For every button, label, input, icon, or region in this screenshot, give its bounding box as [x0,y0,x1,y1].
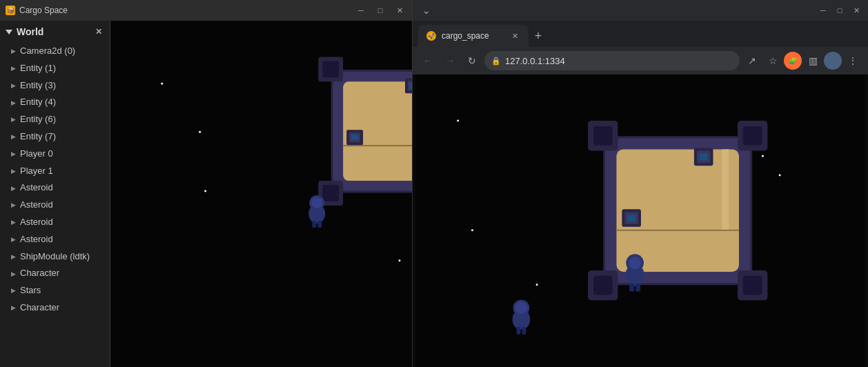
maximize-button[interactable]: □ [373,3,387,17]
sidebar-close-button[interactable]: ✕ [93,26,104,37]
svg-rect-42 [722,149,729,229]
svg-point-38 [536,284,538,286]
new-tab-button[interactable]: + [529,26,548,46]
sidebar-item-label: Player 1 [20,164,53,179]
bookmark-button[interactable]: ☆ [763,51,782,70]
browser-title-controls: ─ □ ✕ [817,4,862,17]
browser-close-button[interactable]: ✕ [850,4,862,17]
minimize-button[interactable]: ─ [354,3,368,17]
close-button[interactable]: ✕ [393,3,406,17]
address-bar[interactable]: 🔒 127.0.0.1:1334 [484,51,740,70]
left-app: 📦 Cargo Space ─ □ ✕ World ✕ ▶ Camera2d (… [0,0,413,367]
sidebar-item-label: Asteroid [20,181,53,195]
svg-rect-22 [351,135,358,140]
tab-bar: 🚀 cargo_space ✕ + [413,21,868,47]
svg-point-37 [471,229,473,231]
expand-arrow-icon: ▶ [11,286,16,295]
svg-rect-10 [322,61,339,77]
active-tab[interactable]: 🚀 cargo_space ✕ [418,25,529,47]
sidebar-item-label: Camera2d (0) [20,44,75,59]
svg-point-64 [515,301,528,314]
extension-icon: 🧩 [784,52,802,70]
sidebar-item-stars[interactable]: ▶ Stars [0,282,110,299]
world-label: World [17,26,43,37]
sidebar-item-camera2d[interactable]: ▶ Camera2d (0) [0,43,110,60]
expand-arrow-icon: ▶ [11,115,16,124]
svg-point-35 [762,155,764,157]
svg-rect-31 [312,221,316,228]
sidebar-item-character2[interactable]: ▶ Character [0,299,110,317]
svg-rect-56 [627,215,635,221]
sidebar-item-asteroid1[interactable]: ▶ Asteroid [0,179,110,197]
sidebar-item-label: Entity (7) [20,130,56,144]
sidebar-item-asteroid2[interactable]: ▶ Asteroid [0,197,110,214]
expand-arrow-icon: ▶ [11,303,16,313]
svg-rect-53 [700,153,708,160]
browser-maximize-button[interactable]: □ [834,4,846,17]
tab-favicon-icon: 🚀 [426,31,436,41]
left-content: World ✕ ▶ Camera2d (0) ▶ Entity (1) ▶ En… [0,21,412,367]
sidebar-item-asteroid3[interactable]: ▶ Asteroid [0,214,110,231]
back-button[interactable]: ← [418,51,437,70]
sidebar-item-label: Asteroid [20,198,53,212]
sidebar-item-label: Character [20,266,59,281]
expand-arrow-icon: ▶ [11,81,16,90]
title-bar-controls: ─ □ ✕ [354,3,406,17]
sidebar-item-player0[interactable]: ▶ Player 0 [0,146,110,163]
svg-rect-32 [317,221,322,228]
expand-arrow-icon: ▶ [11,235,16,244]
svg-rect-65 [517,327,521,335]
sidebar-item-entity4[interactable]: ▶ Entity (4) [0,94,110,111]
svg-point-36 [779,174,781,176]
svg-rect-14 [322,185,339,201]
svg-rect-48 [593,276,613,295]
sidebar-item-shipmodule[interactable]: ▶ ShipModule (ldtk) [0,248,110,266]
sidebar-item-player1[interactable]: ▶ Player 1 [0,163,110,180]
expand-arrow-icon: ▶ [11,200,16,210]
expand-arrow-icon: ▶ [11,252,16,261]
expand-arrow-icon: ▶ [11,166,16,176]
svg-point-4 [399,259,401,261]
sidebar-item-entity7[interactable]: ▶ Entity (7) [0,128,110,146]
browser-minimize-button[interactable]: ─ [817,4,829,17]
profile-button[interactable] [824,52,842,70]
svg-point-3 [204,190,206,192]
sidebar-item-label: ShipModule (ldtk) [20,250,90,264]
forward-button[interactable]: → [440,51,460,70]
game-viewport-left[interactable] [110,21,412,367]
svg-point-34 [457,120,459,122]
world-collapse-icon[interactable] [6,30,12,34]
sidebar-item-entity1[interactable]: ▶ Entity (1) [0,60,110,77]
sidebar-item-label: Entity (3) [20,79,56,93]
expand-arrow-icon: ▶ [11,132,16,141]
sidebar: World ✕ ▶ Camera2d (0) ▶ Entity (1) ▶ En… [0,21,110,367]
sidebar-item-label: Character [20,301,59,315]
sidebar-item-asteroid4[interactable]: ▶ Asteroid [0,231,110,248]
sidebar-item-character1[interactable]: ▶ Character [0,265,110,282]
sidebar-item-label: Entity (6) [20,112,56,127]
tab-close-button[interactable]: ✕ [509,30,520,41]
sidebar-item-label: Asteroid [20,215,53,230]
tab-label: cargo_space [442,31,504,41]
app-title: Cargo Space [19,6,350,15]
expand-arrow-icon: ▶ [11,184,16,193]
browser-viewport[interactable] [413,75,868,367]
svg-rect-41 [616,230,738,231]
security-lock-icon: 🔒 [491,57,501,66]
expand-arrow-icon: ▶ [11,269,16,279]
browser-menu-button[interactable]: ⋮ [843,51,862,70]
sidebar-item-label: Asteroid [20,232,53,247]
sidebar-item-entity6[interactable]: ▶ Entity (6) [0,111,110,128]
refresh-button[interactable]: ↻ [462,51,482,70]
svg-point-1 [161,83,163,85]
sidebar-item-entity3[interactable]: ▶ Entity (3) [0,77,110,95]
sidebar-item-label: Entity (1) [20,61,56,76]
tab-list-button[interactable]: ⌄ [418,5,435,16]
app-icon: 📦 [6,6,15,15]
expand-arrow-icon: ▶ [11,98,16,108]
sidebar-header: World ✕ [0,23,110,40]
address-bar-actions: ↗ ☆ 🧩 ▥ ⋮ [742,51,862,70]
share-button[interactable]: ↗ [742,51,762,70]
sidebar-toggle-button[interactable]: ▥ [803,51,822,70]
url-text: 127.0.0.1:1334 [505,56,565,66]
